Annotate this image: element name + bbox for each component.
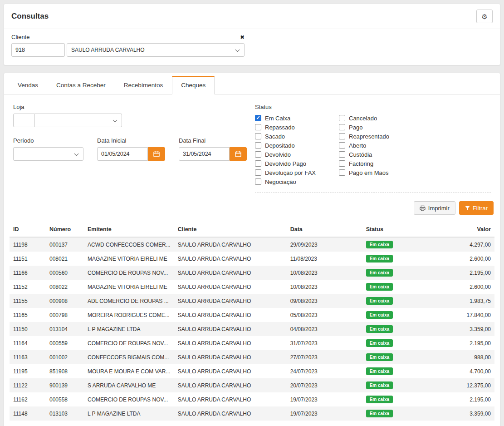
table-row[interactable]: 11148013103L P MAGAZINE LTDASAULO ARRUDA…: [10, 406, 494, 421]
loja-label: Loja: [13, 104, 254, 110]
checkbox-em-caixa[interactable]: [255, 115, 261, 121]
loja-select[interactable]: [35, 114, 122, 127]
table-row[interactable]: 11162000558COMERCIO DE ROUPAS NOV...SAUL…: [10, 392, 494, 406]
table-row[interactable]: 11198000137ACWD CONFECCOES COMER...SAULO…: [10, 237, 494, 252]
column-header-data: Data: [287, 222, 362, 237]
checkbox-sacado[interactable]: [255, 133, 261, 139]
table-row[interactable]: 11195851908MOURA E MOURA E COM VAR...SAU…: [10, 364, 494, 378]
cell-numero: 008021: [46, 252, 84, 266]
filtrar-button[interactable]: Filtrar: [459, 201, 494, 215]
table-row[interactable]: 11155000908ADL COMERCIO DE ROUPAS ...SAU…: [10, 294, 494, 308]
cell-data: 10/08/2023: [287, 280, 362, 294]
checkbox-aberto[interactable]: [339, 142, 345, 149]
status-option-label: Cancelado: [349, 115, 377, 122]
status-option-repassado[interactable]: Repassado: [255, 123, 339, 132]
status-option-depositado[interactable]: Depositado: [255, 141, 339, 150]
status-option-em-caixa[interactable]: Em Caixa: [255, 114, 339, 123]
status-option-devolvido-pago[interactable]: Devolvido Pago: [255, 159, 339, 168]
cell-numero: 008022: [46, 280, 84, 294]
table-row[interactable]: 11151008021MAGAZINE VITORIA EIRELI MESAU…: [10, 252, 494, 266]
cell-id: 11122: [10, 378, 46, 392]
cell-numero: 000559: [46, 336, 84, 350]
status-option-custodia[interactable]: Custódia: [339, 150, 389, 159]
tab-contas-a-receber[interactable]: Contas a Receber: [47, 76, 115, 94]
data-inicial-calendar-button[interactable]: [148, 147, 165, 161]
calendar-icon: [235, 151, 241, 157]
checkbox-devolucao-por-fax[interactable]: [255, 169, 261, 176]
status-option-negociacao[interactable]: Negociação: [255, 177, 339, 186]
client-select[interactable]: SAULO ARRUDA CARVALHO: [67, 43, 245, 57]
status-option-factoring[interactable]: Factoring: [339, 159, 389, 168]
tab-cheques[interactable]: Cheques: [172, 76, 215, 94]
status-option-sacado[interactable]: Sacado: [255, 132, 339, 141]
cell-data: 31/07/2023: [287, 336, 362, 350]
settings-button[interactable]: ⚙: [476, 10, 493, 23]
table-row[interactable]: 11150013104L P MAGAZINE LTDASAULO ARRUDA…: [10, 322, 494, 336]
status-option-devolvido[interactable]: Devolvido: [255, 150, 339, 159]
tab-vendas[interactable]: Vendas: [9, 76, 47, 94]
status-option-label: Factoring: [349, 160, 373, 167]
results-table-wrap: IDNúmeroEmitenteClienteDataStatusValor 1…: [4, 220, 500, 421]
status-option-devolucao-por-fax[interactable]: Devolução por FAX: [255, 168, 339, 177]
cell-cliente: SAULO ARRUDA CARVALHO: [174, 266, 287, 280]
cell-numero: 013104: [46, 322, 84, 336]
client-section: Cliente ✖ SAULO ARRUDA CARVALHO: [4, 29, 500, 65]
cell-data: 11/08/2023: [287, 252, 362, 266]
cell-numero: 001002: [46, 350, 84, 364]
data-final-input[interactable]: [179, 147, 230, 161]
cell-data: 29/09/2023: [287, 237, 362, 252]
status-option-reapresentado[interactable]: Reapresentado: [339, 132, 389, 141]
cell-emitente: MAGAZINE VITORIA EIRELI ME: [84, 252, 174, 266]
filter-area: Loja Período Data Inicial: [4, 94, 500, 193]
status-option-cancelado[interactable]: Cancelado: [339, 114, 389, 123]
cell-data: 09/08/2023: [287, 294, 362, 308]
table-row[interactable]: 11122900139S ARRUDA CARVALHO MESAULO ARR…: [10, 378, 494, 392]
imprimir-button[interactable]: Imprimir: [414, 201, 455, 215]
status-badge: Em caixa: [366, 367, 393, 375]
cell-valor: 2.195,00: [423, 336, 494, 350]
status-badge: Em caixa: [366, 269, 393, 277]
checkbox-devolvido[interactable]: [255, 151, 261, 158]
checkbox-custodia[interactable]: [339, 151, 345, 158]
chevron-down-icon: [235, 48, 240, 52]
cell-cliente: SAULO ARRUDA CARVALHO: [174, 406, 287, 421]
cell-status: Em caixa: [362, 350, 423, 364]
periodo-label: Período: [13, 137, 83, 144]
checkbox-repassado[interactable]: [255, 124, 261, 130]
status-option-pago[interactable]: Pago: [339, 123, 389, 132]
data-inicial-input[interactable]: [97, 147, 148, 161]
table-row[interactable]: 11166000560COMERCIO DE ROUPAS NOV...SAUL…: [10, 266, 494, 280]
periodo-select[interactable]: [13, 147, 83, 161]
checkbox-reapresentado[interactable]: [339, 133, 345, 139]
client-code-input[interactable]: [11, 43, 65, 57]
cell-emitente: L P MAGAZINE LTDA: [84, 322, 174, 336]
checkbox-pago[interactable]: [339, 124, 345, 130]
clear-client-icon[interactable]: ✖: [240, 35, 245, 40]
cell-status: Em caixa: [362, 294, 423, 308]
column-header-cliente: Cliente: [174, 222, 287, 237]
column-header-numero: Número: [46, 222, 84, 237]
table-row[interactable]: 11165000798MOREIRA RODRIGUES COME...SAUL…: [10, 308, 494, 322]
data-final-calendar-button[interactable]: [230, 147, 247, 161]
status-option-label: Reapresentado: [349, 133, 389, 140]
tab-recebimentos[interactable]: Recebimentos: [115, 76, 172, 94]
status-option-aberto[interactable]: Aberto: [339, 141, 389, 150]
status-option-label: Repassado: [265, 124, 295, 131]
checkbox-pago-em-maos[interactable]: [339, 169, 345, 176]
cell-cliente: SAULO ARRUDA CARVALHO: [174, 350, 287, 364]
status-option-pago-em-maos[interactable]: Pago em Mãos: [339, 168, 389, 177]
loja-code-input[interactable]: [13, 114, 35, 127]
checkbox-depositado[interactable]: [255, 142, 261, 149]
table-row[interactable]: 11163001002CONFECCOES BIGMAIS COM...SAUL…: [10, 350, 494, 364]
checkbox-negociacao[interactable]: [255, 178, 261, 185]
checkbox-cancelado[interactable]: [339, 115, 345, 121]
checkbox-factoring[interactable]: [339, 160, 345, 167]
cell-valor: 2.600,00: [423, 252, 494, 266]
table-row[interactable]: 11152008022MAGAZINE VITORIA EIRELI MESAU…: [10, 280, 494, 294]
status-option-label: Devolução por FAX: [265, 169, 316, 176]
filtrar-label: Filtrar: [473, 205, 488, 212]
cell-emitente: COMERCIO DE ROUPAS NOV...: [84, 266, 174, 280]
client-select-value: SAULO ARRUDA CARVALHO: [71, 47, 145, 53]
checkbox-devolvido-pago[interactable]: [255, 160, 261, 167]
table-row[interactable]: 11164000559COMERCIO DE ROUPAS NOV...SAUL…: [10, 336, 494, 350]
